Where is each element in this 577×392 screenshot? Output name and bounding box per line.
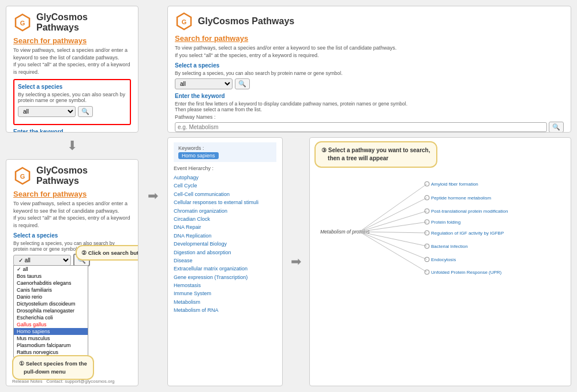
pathway-link[interactable]: DNA Replication (174, 232, 276, 240)
arrow-down-container: ⬇ (6, 137, 138, 154)
callout-3: ③ Select a pathway you want to search, t… (314, 141, 437, 168)
species-row-right-top: all 🔍 (175, 78, 564, 89)
pathway-link[interactable]: Autophagy (174, 174, 276, 182)
app-logo-icon: G (13, 13, 32, 32)
species-row: all 🔍 (18, 106, 126, 117)
callout-1-text: ① Select species from the pull-down menu (19, 360, 87, 374)
search-icon-right-top[interactable]: 🔍 (235, 78, 250, 89)
arrow-right-icon-inner: ➡ (291, 254, 301, 269)
event-hierarchy-label: Event Hierarchy : (174, 165, 276, 171)
pathway-link[interactable]: DNA Repair (174, 223, 276, 231)
right-bottom-left-panel: Keywords : Homo sapiens Event Hierarchy … (167, 137, 283, 386)
right-column: G GlyCosmos Pathways Search for pathways… (167, 6, 571, 386)
pathway-link[interactable]: Disease (174, 257, 276, 265)
section-title-bottom-left: Search for pathways (13, 190, 131, 198)
pathway-link[interactable]: Cell-Cell communication (174, 190, 276, 198)
right-bottom-area: Keywords : Homo sapiens Event Hierarchy … (167, 137, 571, 386)
keywords-label: Keywords : (178, 145, 204, 151)
keyword-input-right-top[interactable] (175, 122, 547, 132)
dropdown-item-homo-sapiens[interactable]: Homo sapiens (14, 328, 88, 335)
pathway-link[interactable]: Chromatin organization (174, 207, 276, 215)
dropdown-item[interactable]: Escherichia coli (14, 314, 88, 321)
pathway-link[interactable]: Metabolism of RNA (174, 306, 276, 312)
pathway-link[interactable]: Digestion and absorption (174, 248, 276, 257)
keyword-tag[interactable]: Homo sapiens (178, 152, 219, 159)
dropdown-item[interactable]: Caenorhabditis elegans (14, 280, 88, 287)
pathway-link[interactable]: Hemostasis (174, 281, 276, 289)
arrow-right-container-inner: ➡ (287, 254, 305, 269)
svg-line-11 (359, 232, 427, 246)
dropdown-item[interactable]: Canis familiaris (14, 287, 88, 293)
pathway-link[interactable]: Developmental Biology (174, 240, 276, 248)
svg-line-6 (359, 184, 427, 232)
species-dropdown[interactable]: ✓ all Bos taurus Caenorhabditis elegans … (13, 265, 88, 357)
pathway-list: Autophagy Cell Cycle Cell-Cell communica… (174, 174, 276, 312)
app-title-right-top: GlyCosmos Pathways (198, 16, 294, 27)
pathway-link[interactable]: Gene expression (Transcription) (174, 273, 276, 281)
tree-node-label: Endocytosis (431, 257, 456, 262)
pathway-link[interactable]: Extracellular matrix organization (174, 265, 276, 273)
pathway-link[interactable]: Immune System (174, 289, 276, 297)
desc-bottom-left: To view pathways, select a species and/o… (13, 200, 131, 229)
dropdown-item[interactable]: ✓ all (14, 266, 88, 273)
tree-node-label: Unfolded Protein Response (UPR) (431, 270, 502, 275)
select-species-label-bottom: Select a species (13, 232, 131, 239)
app-header: G GlyCosmos Pathways (13, 12, 131, 33)
callout-2-text: ② Click on search button (81, 250, 138, 256)
svg-text:G: G (20, 173, 25, 180)
pathway-link[interactable]: Cellular responses to external stimuli (174, 198, 276, 206)
svg-text:G: G (182, 18, 187, 25)
dropdown-item[interactable]: Dictyostelium discoideum (14, 300, 88, 307)
tree-node-label: Post-translational protein modification (431, 209, 508, 214)
keyword-search-icon-right-top[interactable]: 🔍 (549, 122, 564, 133)
app-logo-icon-bottom: G (13, 167, 32, 185)
callout-2: ② Click on search button (76, 245, 138, 261)
select-species-label: Select a species (18, 84, 126, 90)
species-select[interactable]: all (18, 106, 76, 117)
keyword-section-top: Enter the keyword Enter the first few le… (13, 129, 131, 133)
left-column: G GlyCosmos Pathways Search for pathways… (6, 6, 138, 386)
select-species-label-right-top: Select a species (175, 62, 564, 69)
tree-node-label: Protein folding (431, 220, 460, 225)
callout-1: ① Select species from the pull-down menu (12, 355, 94, 380)
enter-keyword-label-right-top: Enter the keyword (175, 93, 564, 99)
dropdown-item[interactable]: Danio rerio (14, 293, 88, 300)
pathway-link[interactable]: Metabolism (174, 298, 276, 306)
tree-node-label: Amyloid fiber formation (431, 182, 478, 187)
tree-svg: Metabolism of proteins Amyloid fiber for… (314, 171, 566, 292)
svg-line-12 (359, 232, 427, 259)
dropdown-item[interactable]: Bos taurus (14, 273, 88, 280)
pathway-link[interactable]: Cell Cycle (174, 182, 276, 190)
dropdown-item[interactable]: Drosophila melanogaster (14, 307, 88, 314)
keyword-desc-right-top: Enter the first few letters of a keyword… (175, 101, 564, 112)
select-species-desc-right-top: By selecting a species, you can also sea… (175, 70, 564, 76)
dropdown-item[interactable]: Plasmodium falciparum (14, 342, 88, 349)
arrow-right-container-mid: ➡ (144, 189, 162, 203)
svg-text:G: G (20, 20, 25, 27)
app-logo-icon-right-top: G (175, 12, 193, 31)
section-title-top-left: Search for pathways (13, 36, 131, 45)
select-species-box: Select a species By selecting a species,… (13, 79, 131, 125)
keyword-input-row-right-top: 🔍 (175, 122, 564, 133)
bottom-left-panel: G GlyCosmos Pathways Search for pathways… (6, 159, 138, 386)
search-icon-top[interactable]: 🔍 (78, 106, 93, 117)
pathway-link[interactable]: Circadian Clock (174, 215, 276, 223)
svg-line-13 (359, 232, 427, 272)
arrow-right-icon-mid: ➡ (148, 189, 158, 203)
right-bottom-right-panel: ③ Select a pathway you want to search, t… (309, 137, 571, 386)
desc-right-top: To view pathways, select a species and/o… (175, 44, 564, 59)
section-title-right-top: Search for pathways (175, 34, 564, 43)
species-select-bottom[interactable]: ✓ all (13, 255, 71, 266)
tree-node-label: Regulation of IGF activity by IGFBP (431, 231, 504, 236)
app-title-bottom: GlyCosmos Pathways (36, 165, 131, 186)
right-top-panel: G GlyCosmos Pathways Search for pathways… (167, 6, 571, 133)
dropdown-item[interactable]: Gallus gallus (14, 321, 88, 328)
arrow-down-icon: ⬇ (67, 138, 77, 153)
enter-keyword-label-top: Enter the keyword (13, 129, 131, 133)
select-species-desc: By selecting a species, you can also sea… (18, 92, 126, 103)
species-select-right-top[interactable]: all (175, 78, 233, 89)
dropdown-item[interactable]: Mus musculus (14, 335, 88, 342)
callout-3-text: ③ Select a pathway you want to search, t… (321, 147, 430, 161)
pathway-names-label-right-top: Pathway Names : (175, 114, 564, 120)
app-title: GlyCosmos Pathways (36, 12, 131, 33)
